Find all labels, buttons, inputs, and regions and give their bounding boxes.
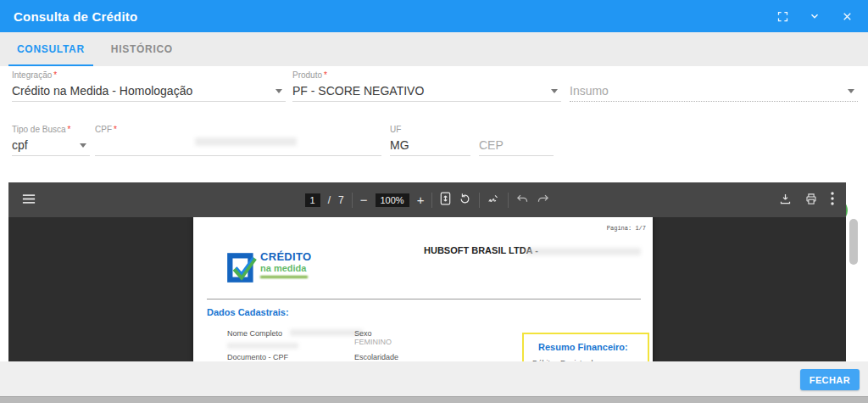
uf-input[interactable] [390,136,470,154]
resumo-financeiro-title: Resumo Financeiro: [538,342,648,352]
redacted-nome-line2 [227,343,298,349]
tab-historico[interactable]: HISTÓRICO [103,32,181,66]
cpf-label: CPF [95,125,112,134]
redo-icon [537,193,549,207]
chevron-down-icon [80,143,86,148]
chevron-down-icon [275,89,282,93]
page-number-input[interactable]: 1 [305,193,320,207]
insumo-placeholder: Insumo [570,81,858,100]
cep-input[interactable] [479,136,554,154]
fit-page-icon [440,192,451,208]
annotate-button[interactable] [487,193,500,208]
window-bottom-edge [0,396,868,403]
redo-button[interactable] [537,193,549,207]
integracao-value: Crédito na Medida - Homologação [12,81,286,100]
page-divider: / [328,194,331,206]
page-total: 7 [338,194,344,206]
pdf-toolbar: 1 / 7 − 100% + [8,182,846,217]
pen-signature-icon [487,193,500,208]
print-button[interactable] [804,193,818,208]
integracao-label: Integração [12,70,52,80]
undo-button[interactable] [516,193,529,207]
cpf-field: CPF* [95,124,381,156]
fechar-button[interactable]: FECHAR [800,369,860,390]
required-marker: * [114,125,117,134]
cep-field [479,124,554,156]
rotate-button[interactable] [459,193,471,208]
consulta-credito-modal: Consulta de Crédito CONSULTAR HISTÓRICO … [0,0,868,403]
produto-label: Produto [292,70,322,80]
tab-bar: CONSULTAR HISTÓRICO [0,32,868,66]
logo-subtitle: na medida [260,263,311,273]
window-controls [775,8,854,24]
zoom-level[interactable]: 100% [376,193,409,207]
sexo-label: Sexo [354,329,372,338]
uf-label: UF [390,124,470,136]
credito-na-medida-logo: CRÉDITO na medida [227,249,311,288]
produto-select[interactable]: Produto* PF - SCORE NEGATIVO [292,70,561,102]
more-options-button[interactable] [831,192,834,208]
download-button[interactable] [779,193,792,208]
undo-icon [516,193,529,207]
required-marker: * [68,125,71,134]
toolbar-divider [352,193,353,208]
redacted-company-info [526,248,641,255]
modal-footer: FECHAR [0,361,868,396]
document-divider [207,299,641,299]
pdf-page: Pagina: 1/7 HUBSOFT BRASIL LTDA - CRÉDIT… [193,217,653,361]
scrollbar-thumb[interactable] [849,219,858,265]
toolbar-divider [479,193,480,208]
documento-cpf-label: Documento - CPF [227,353,288,361]
tipo-busca-value: cpf [12,136,90,154]
toolbar-divider [431,193,432,208]
search-form: Integração* Crédito na Medida - Homologa… [0,66,868,182]
download-icon [779,193,792,208]
redacted-nome-value [290,329,363,336]
close-icon[interactable] [839,8,854,24]
collapse-chevron-icon[interactable] [807,8,822,24]
tab-consultar[interactable]: CONSULTAR [8,32,93,66]
integracao-select[interactable]: Integração* Crédito na Medida - Homologa… [12,70,286,102]
sexo-value: FEMININO [354,338,392,346]
kebab-menu-icon [831,192,834,208]
resumo-financeiro-box: Resumo Financeiro: Débitos Registrados [522,333,649,361]
page-title: Consulta de Crédito [14,9,137,24]
fit-page-button[interactable] [440,192,451,208]
page-indicator: Pagina: 1/7 [607,225,646,232]
pdf-viewer: 1 / 7 − 100% + [8,182,846,361]
nome-completo-label: Nome Completo [227,329,282,338]
print-icon [804,193,818,208]
logo-title: CRÉDITO [260,251,311,263]
redacted-cpf-value [195,137,297,146]
tipo-busca-label: Tipo de Busca [12,125,66,134]
zoom-in-button[interactable]: + [417,193,425,206]
rotate-icon [459,193,471,208]
logo-checkmark-icon [227,249,258,288]
required-marker: * [324,70,327,80]
fullscreen-icon[interactable] [775,8,790,24]
escolaridade-label: Escolaridade [354,353,398,361]
toolbar-divider [508,193,509,208]
uf-field: UF [390,124,470,156]
pdf-canvas[interactable]: Pagina: 1/7 HUBSOFT BRASIL LTDA - CRÉDIT… [8,217,846,361]
produto-value: PF - SCORE NEGATIVO [292,81,561,100]
insumo-select[interactable]: Insumo [570,70,858,102]
dados-cadastrais-title: Dados Cadastrais: [207,307,289,317]
modal-header: Consulta de Crédito [0,0,868,32]
chevron-down-icon [848,89,854,93]
zoom-out-button[interactable]: − [360,193,368,206]
logo-tagline [260,276,308,278]
tipo-busca-select[interactable]: Tipo de Busca* cpf [12,124,90,156]
company-header: HUBSOFT BRASIL LTDA - [424,245,538,255]
required-marker: * [53,70,57,80]
chevron-down-icon [551,89,558,93]
